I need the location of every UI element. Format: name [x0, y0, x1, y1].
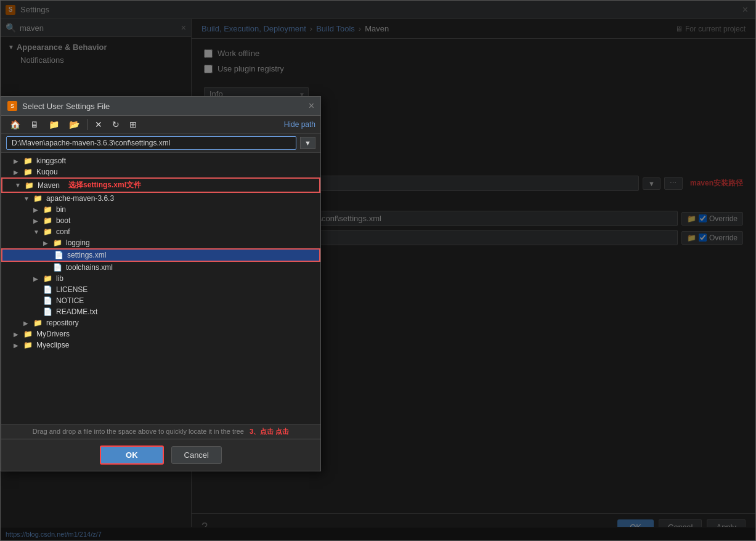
dialog-path-bar: ▼	[1, 134, 320, 153]
tree-item-lib[interactable]: ▶ 📁 lib	[1, 273, 320, 284]
tree-item-label: NOTICE	[56, 296, 84, 305]
dialog-tree[interactable]: ▶ 📁 kinggsoft ▶ 📁 Kuqou ▼ 📁 Maven 选择sett…	[1, 153, 320, 424]
tree-item-label: boot	[56, 216, 70, 225]
folder-icon: 📁	[33, 194, 43, 203]
dialog-toolbar: 🏠 🖥 📁 📂 ✕ ↻ ⊞ Hide path	[1, 116, 320, 134]
tree-arrow-icon: ▶	[43, 240, 51, 246]
folder-icon: 📁	[43, 274, 52, 283]
tree-item-label: MyDrivers	[36, 330, 70, 338]
tree-item-conf[interactable]: ▼ 📁 conf	[1, 226, 320, 237]
tree-item-myeclipse[interactable]: ▶ 📁 Myeclipse	[1, 340, 320, 351]
tree-arrow-icon: ▶	[14, 158, 21, 165]
toolbar-computer-btn[interactable]: 🖥	[26, 118, 43, 131]
tree-arrow-icon: ▶	[33, 275, 41, 282]
tree-item-readme[interactable]: 📄 README.txt	[1, 306, 320, 317]
toolbar-delete-btn[interactable]: ✕	[91, 118, 106, 131]
dialog-close-button[interactable]: ×	[309, 100, 314, 112]
tree-item-bin[interactable]: ▶ 📁 bin	[1, 204, 320, 215]
tree-item-label: LICENSE	[56, 285, 87, 294]
tree-item-kuqou[interactable]: ▶ 📁 Kuqou	[1, 166, 320, 177]
file-icon: 📄	[43, 285, 52, 294]
tree-item-label: repository	[46, 319, 79, 327]
folder-icon: 📁	[23, 168, 33, 176]
dialog-ok-button[interactable]: OK	[100, 445, 164, 465]
tree-item-label: Kuqou	[36, 168, 58, 176]
tree-item-logging[interactable]: ▶ 📁 logging	[1, 237, 320, 248]
folder-icon: 📁	[43, 205, 52, 214]
tree-item-label: conf	[56, 227, 70, 236]
tree-item-label: Maven	[38, 181, 60, 190]
toolbar-refresh-btn[interactable]: ↻	[108, 118, 123, 131]
select-settings-annotation: 选择settings.xml文件	[68, 180, 141, 190]
tree-item-label: apache-maven-3.6.3	[46, 194, 114, 203]
file-icon: 📄	[43, 296, 52, 305]
dialog-path-input[interactable]	[6, 136, 296, 150]
folder-icon: 📁	[43, 216, 52, 225]
folder-icon: 📁	[23, 157, 33, 165]
tree-item-toolchains-xml[interactable]: 📄 toolchains.xml	[1, 262, 320, 273]
tree-arrow-icon: ▼	[15, 182, 22, 189]
folder-icon: 📁	[23, 341, 33, 349]
dialog-title: Select User Settings File	[22, 102, 309, 111]
xml-file-icon: 📄	[53, 263, 62, 272]
tree-item-label: settings.xml	[67, 251, 106, 259]
tree-arrow-icon: ▼	[33, 229, 41, 235]
tree-arrow-icon: ▼	[23, 195, 31, 202]
tree-item-label: README.txt	[56, 307, 97, 316]
tree-arrow-icon: ▶	[14, 342, 21, 349]
tree-item-license[interactable]: 📄 LICENSE	[1, 284, 320, 295]
hide-path-button[interactable]: Hide path	[284, 120, 315, 129]
step3-annotation: 3、点击	[250, 428, 274, 435]
dialog-path-dropdown-btn[interactable]: ▼	[300, 137, 315, 149]
folder-icon: 📁	[25, 181, 34, 190]
tree-item-label: Myeclipse	[36, 341, 69, 349]
folder-icon: 📁	[33, 319, 43, 327]
tree-arrow-icon: ▶	[14, 331, 21, 338]
toolbar-folder-open-btn[interactable]: 📂	[65, 118, 83, 131]
tree-item-repository[interactable]: ▶ 📁 repository	[1, 317, 320, 328]
toolbar-home-btn[interactable]: 🏠	[6, 118, 24, 131]
tree-item-notice[interactable]: 📄 NOTICE	[1, 295, 320, 306]
toolbar-expand-btn[interactable]: ⊞	[126, 118, 140, 131]
tree-item-label: logging	[66, 238, 90, 247]
tree-item-kinggsoft[interactable]: ▶ 📁 kinggsoft	[1, 155, 320, 166]
tree-arrow-icon: ▶	[14, 169, 21, 176]
tree-item-label: toolchains.xml	[66, 263, 113, 272]
tree-item-maven[interactable]: ▼ 📁 Maven 选择settings.xml文件	[1, 177, 320, 193]
file-icon: 📄	[43, 307, 52, 316]
toolbar-folder-new-btn[interactable]: 📁	[45, 118, 63, 131]
dialog-hint: Drag and drop a file into the space abov…	[1, 424, 320, 439]
dialog-title-bar: S Select User Settings File ×	[1, 97, 320, 116]
tree-arrow-icon: ▶	[33, 218, 41, 224]
tree-item-settings-xml[interactable]: 📄 settings.xml	[1, 248, 320, 262]
dialog-app-icon: S	[7, 101, 17, 111]
toolbar-separator	[87, 119, 87, 130]
tree-item-label: bin	[56, 205, 66, 214]
folder-icon: 📁	[53, 238, 62, 247]
folder-icon: 📁	[43, 227, 52, 236]
dialog-buttons: OK Cancel	[1, 439, 320, 471]
tree-item-label: lib	[56, 274, 63, 283]
tree-item-mydrivers[interactable]: ▶ 📁 MyDrivers	[1, 328, 320, 340]
settings-window: S Settings × 🔍 × ▼ Appearance & Behavior…	[0, 0, 756, 541]
xml-file-icon: 📄	[54, 251, 63, 259]
tree-item-boot[interactable]: ▶ 📁 boot	[1, 215, 320, 226]
step3-click: 点击	[275, 428, 289, 435]
dialog-cancel-button[interactable]: Cancel	[171, 446, 222, 464]
file-dialog: S Select User Settings File × 🏠 🖥 📁 📂 ✕ …	[1, 96, 321, 471]
tree-arrow-icon: ▶	[23, 320, 31, 327]
tree-item-apache-maven[interactable]: ▼ 📁 apache-maven-3.6.3	[1, 193, 320, 204]
folder-icon: 📁	[23, 330, 33, 338]
tree-arrow-icon: ▶	[33, 206, 41, 213]
tree-item-label: kinggsoft	[36, 157, 66, 165]
